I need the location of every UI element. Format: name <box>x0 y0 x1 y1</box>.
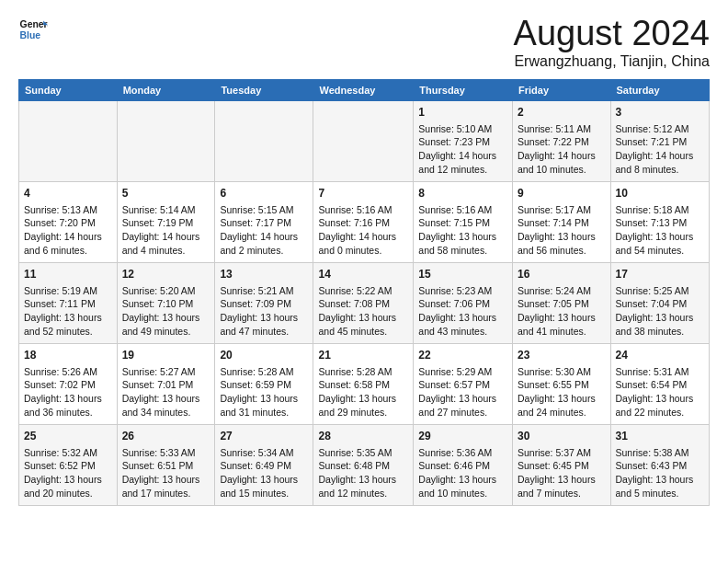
daylight-text: Daylight: 13 hours and 5 minutes. <box>616 474 694 499</box>
sunrise-text: Sunrise: 5:12 AM <box>616 123 689 134</box>
svg-text:Blue: Blue <box>20 30 41 40</box>
daylight-text: Daylight: 13 hours and 31 minutes. <box>220 393 298 418</box>
sunrise-text: Sunrise: 5:33 AM <box>122 447 196 458</box>
calendar-cell: 30Sunrise: 5:37 AMSunset: 6:45 PMDayligh… <box>513 424 611 505</box>
day-number: 17 <box>616 267 704 282</box>
sunset-text: Sunset: 7:02 PM <box>24 379 96 390</box>
sunrise-text: Sunrise: 5:35 AM <box>318 447 392 458</box>
calendar-cell: 16Sunrise: 5:24 AMSunset: 7:05 PMDayligh… <box>513 262 611 343</box>
day-number: 4 <box>24 186 112 201</box>
sunrise-text: Sunrise: 5:28 AM <box>220 366 293 377</box>
header-monday: Monday <box>117 79 215 100</box>
daylight-text: Daylight: 13 hours and 22 minutes. <box>616 393 694 418</box>
day-number: 3 <box>616 105 704 121</box>
day-number: 30 <box>518 429 606 444</box>
sunset-text: Sunset: 6:46 PM <box>418 460 490 471</box>
calendar-cell: 20Sunrise: 5:28 AMSunset: 6:59 PMDayligh… <box>215 343 313 424</box>
day-number: 21 <box>318 348 408 363</box>
calendar-cell: 28Sunrise: 5:35 AMSunset: 6:48 PMDayligh… <box>313 424 414 505</box>
calendar-cell <box>215 100 313 181</box>
daylight-text: Daylight: 13 hours and 12 minutes. <box>318 474 396 499</box>
daylight-text: Daylight: 13 hours and 27 minutes. <box>418 393 496 418</box>
logo: General Blue <box>18 15 48 44</box>
day-number: 14 <box>318 267 408 282</box>
sunset-text: Sunset: 7:14 PM <box>518 217 589 228</box>
sunrise-text: Sunrise: 5:21 AM <box>220 285 293 296</box>
sunrise-text: Sunrise: 5:13 AM <box>24 204 97 215</box>
sunset-text: Sunset: 7:13 PM <box>616 217 688 228</box>
daylight-text: Daylight: 14 hours and 12 minutes. <box>418 150 496 175</box>
sunrise-text: Sunrise: 5:27 AM <box>122 366 196 377</box>
sunset-text: Sunset: 7:05 PM <box>518 298 589 309</box>
sunset-text: Sunset: 7:19 PM <box>122 217 194 228</box>
daylight-text: Daylight: 13 hours and 29 minutes. <box>318 393 396 418</box>
sunrise-text: Sunrise: 5:17 AM <box>518 204 591 215</box>
day-number: 16 <box>518 267 606 282</box>
sunrise-text: Sunrise: 5:10 AM <box>418 123 492 134</box>
sunset-text: Sunset: 7:04 PM <box>616 298 688 309</box>
sunrise-text: Sunrise: 5:28 AM <box>318 366 392 377</box>
sunset-text: Sunset: 7:08 PM <box>318 298 390 309</box>
sunset-text: Sunset: 6:51 PM <box>122 460 194 471</box>
header-tuesday: Tuesday <box>215 79 313 100</box>
calendar-cell: 13Sunrise: 5:21 AMSunset: 7:09 PMDayligh… <box>215 262 313 343</box>
day-number: 26 <box>122 429 210 444</box>
sunset-text: Sunset: 7:01 PM <box>122 379 194 390</box>
month-title: August 2024 <box>514 15 710 53</box>
sunrise-text: Sunrise: 5:20 AM <box>122 285 196 296</box>
day-number: 25 <box>24 429 112 444</box>
calendar-cell: 14Sunrise: 5:22 AMSunset: 7:08 PMDayligh… <box>313 262 414 343</box>
calendar-cell: 22Sunrise: 5:29 AMSunset: 6:57 PMDayligh… <box>414 343 513 424</box>
sunrise-text: Sunrise: 5:22 AM <box>318 285 392 296</box>
calendar-cell: 6Sunrise: 5:15 AMSunset: 7:17 PMDaylight… <box>215 181 313 262</box>
header-sunday: Sunday <box>19 79 118 100</box>
daylight-text: Daylight: 13 hours and 24 minutes. <box>518 393 596 418</box>
calendar-cell: 15Sunrise: 5:23 AMSunset: 7:06 PMDayligh… <box>414 262 513 343</box>
day-number: 1 <box>418 105 507 121</box>
title-section: August 2024 Erwangzhuang, Tianjin, China <box>514 15 710 70</box>
header-saturday: Saturday <box>610 79 709 100</box>
calendar-cell <box>117 100 215 181</box>
sunset-text: Sunset: 6:45 PM <box>518 460 589 471</box>
sunrise-text: Sunrise: 5:32 AM <box>24 447 97 458</box>
sunset-text: Sunset: 6:43 PM <box>616 460 688 471</box>
daylight-text: Daylight: 13 hours and 41 minutes. <box>518 312 596 337</box>
daylight-text: Daylight: 13 hours and 36 minutes. <box>24 393 102 418</box>
day-number: 24 <box>616 348 704 363</box>
day-number: 28 <box>318 429 408 444</box>
sunrise-text: Sunrise: 5:18 AM <box>616 204 689 215</box>
sunset-text: Sunset: 7:09 PM <box>220 298 291 309</box>
calendar-row: 18Sunrise: 5:26 AMSunset: 7:02 PMDayligh… <box>19 343 710 424</box>
sunrise-text: Sunrise: 5:36 AM <box>418 447 492 458</box>
calendar-cell: 5Sunrise: 5:14 AMSunset: 7:19 PMDaylight… <box>117 181 215 262</box>
calendar-row: 1Sunrise: 5:10 AMSunset: 7:23 PMDaylight… <box>19 100 710 181</box>
sunset-text: Sunset: 7:10 PM <box>122 298 194 309</box>
day-number: 5 <box>122 186 210 201</box>
daylight-text: Daylight: 13 hours and 54 minutes. <box>616 231 694 256</box>
calendar-row: 11Sunrise: 5:19 AMSunset: 7:11 PMDayligh… <box>19 262 710 343</box>
sunset-text: Sunset: 6:57 PM <box>418 379 490 390</box>
daylight-text: Daylight: 13 hours and 47 minutes. <box>220 312 298 337</box>
daylight-text: Daylight: 14 hours and 2 minutes. <box>220 231 298 256</box>
sunset-text: Sunset: 6:58 PM <box>318 379 390 390</box>
daylight-text: Daylight: 14 hours and 10 minutes. <box>518 150 596 175</box>
sunrise-text: Sunrise: 5:19 AM <box>24 285 97 296</box>
sunset-text: Sunset: 6:52 PM <box>24 460 96 471</box>
sunrise-text: Sunrise: 5:14 AM <box>122 204 196 215</box>
day-number: 29 <box>418 429 507 444</box>
daylight-text: Daylight: 14 hours and 4 minutes. <box>122 231 200 256</box>
logo-icon: General Blue <box>18 15 48 44</box>
sunrise-text: Sunrise: 5:26 AM <box>24 366 97 377</box>
header-friday: Friday <box>513 79 611 100</box>
calendar-cell: 2Sunrise: 5:11 AMSunset: 7:22 PMDaylight… <box>513 100 611 181</box>
daylight-text: Daylight: 13 hours and 7 minutes. <box>518 474 596 499</box>
daylight-text: Daylight: 14 hours and 8 minutes. <box>616 150 694 175</box>
day-number: 22 <box>418 348 507 363</box>
sunset-text: Sunset: 7:23 PM <box>418 136 490 147</box>
sunset-text: Sunset: 7:06 PM <box>418 298 490 309</box>
day-number: 19 <box>122 348 210 363</box>
day-number: 8 <box>418 186 507 201</box>
day-number: 7 <box>318 186 408 201</box>
day-number: 12 <box>122 267 210 282</box>
calendar-cell: 7Sunrise: 5:16 AMSunset: 7:16 PMDaylight… <box>313 181 414 262</box>
